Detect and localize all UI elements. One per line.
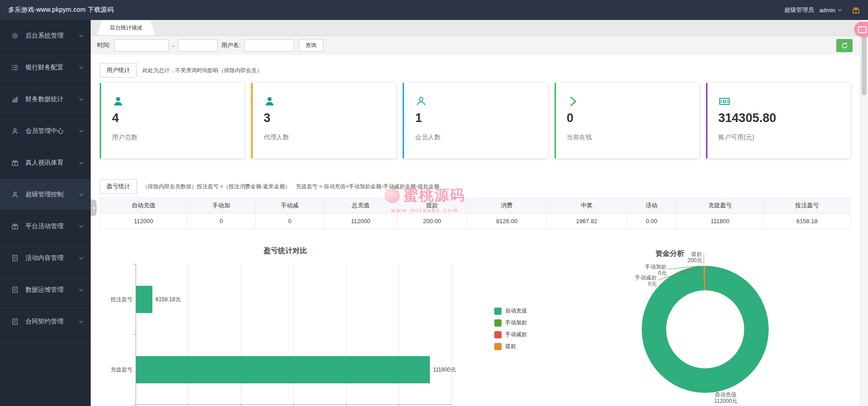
- username-field-label: 用户名:: [221, 41, 241, 49]
- user-menu[interactable]: admin: [819, 7, 842, 14]
- table-header-row: 自动充值手动加手动减总充值提款消费中奖活动充提盈亏投注盈亏: [100, 198, 851, 214]
- doc-icon: [11, 286, 19, 294]
- chart-legend: 自动充值手动加款手动减款提款: [494, 307, 527, 350]
- time-start-input[interactable]: [114, 39, 169, 52]
- column-header: 活动: [627, 198, 677, 214]
- sidebar-item-label: 数据运维管理: [25, 286, 79, 294]
- topbar-right: 超级管理员 admin: [785, 6, 860, 14]
- stat-card-2: 1会员人数: [403, 83, 547, 158]
- tab-statistics[interactable]: 后台统计描述: [97, 20, 155, 35]
- chevron-down-icon: [79, 161, 83, 164]
- sidebar-item-label: 合同契约管理: [25, 318, 79, 326]
- column-header: 手动加: [187, 198, 255, 214]
- sidebar-item-0[interactable]: 后台系统管理: [0, 20, 91, 52]
- sidebar-collapse-handle[interactable]: ◄: [91, 200, 97, 216]
- chevron-right-icon: [567, 95, 699, 108]
- charts-area: 盈亏统计对比 自动充值手动加款手动减款提款 资金分析 自动充值112000元手动…: [100, 235, 851, 406]
- legend-item-2[interactable]: 手动减款: [494, 331, 527, 338]
- column-header: 中奖: [547, 198, 627, 214]
- column-header: 投注盈亏: [764, 198, 851, 214]
- profit-stats-table: 自动充值手动加手动减总充值提款消费中奖活动充提盈亏投注盈亏11200000112…: [100, 197, 851, 229]
- user-outline-icon: [415, 95, 547, 108]
- chevron-down-icon: [79, 225, 83, 228]
- chevron-down-icon: [79, 98, 83, 101]
- callout-name: 提款: [668, 251, 702, 257]
- user-icon: [11, 127, 19, 135]
- legend-swatch: [494, 308, 502, 315]
- legend-swatch: [494, 331, 502, 338]
- user-stats-note: 此处为总计，不受查询时间影响（排除内部会员）: [142, 67, 262, 74]
- topbar: 多乐游戏-www.pkpym.com 下载源码 超级管理员 admin: [0, 0, 868, 20]
- table-cell: 111800: [677, 214, 764, 229]
- sidebar-item-7[interactable]: 活动内容管理: [0, 242, 91, 274]
- gridline: [399, 264, 399, 404]
- user-stats-title: 用户统计: [100, 63, 137, 78]
- legend-item-1[interactable]: 手动加款: [494, 319, 527, 327]
- legend-swatch: [494, 343, 502, 350]
- sidebar-item-label: 活动内容管理: [25, 254, 79, 262]
- pie-callout-0: 自动充值112000元: [703, 391, 748, 405]
- chevron-down-icon: [838, 9, 842, 11]
- list-icon: [11, 64, 19, 72]
- gift-icon[interactable]: [852, 6, 860, 14]
- y-axis-tick: [133, 264, 136, 264]
- table-cell: 8126.00: [467, 214, 546, 229]
- legend-label: 手动加款: [505, 319, 527, 327]
- search-button[interactable]: 查询: [299, 39, 323, 52]
- sidebar-item-8[interactable]: 数据运维管理: [0, 274, 91, 306]
- profit-stats-title: 盈亏统计: [100, 179, 137, 194]
- sidebar-item-6[interactable]: 平台活动管理: [0, 210, 91, 242]
- sidebar-item-9[interactable]: 合同契约管理: [0, 306, 91, 338]
- legend-item-3[interactable]: 提款: [494, 342, 527, 350]
- bar-1[interactable]: [136, 356, 430, 383]
- sidebar-item-2[interactable]: 财务数据统计: [0, 83, 91, 115]
- gift-icon: [11, 159, 19, 167]
- sidebar-item-label: 后台系统管理: [25, 32, 79, 40]
- stat-label: 会员人数: [415, 133, 547, 142]
- sidebar-item-3[interactable]: 会员管理中心: [0, 115, 91, 147]
- legend-swatch: [494, 319, 502, 327]
- refresh-button[interactable]: [836, 39, 853, 52]
- profit-stats-header: 盈亏统计 （排除内部会员数据）投注盈亏 =（投注消费金额-返奖金额） 充提盈亏 …: [100, 179, 851, 194]
- user-icon: [11, 191, 19, 199]
- time-end-input[interactable]: [178, 39, 218, 52]
- chevron-down-icon: [79, 257, 83, 259]
- sidebar-item-label: 财务数据统计: [25, 95, 79, 103]
- gridline: [241, 264, 241, 404]
- chevron-down-icon: [79, 193, 83, 196]
- chevron-down-icon: [79, 320, 83, 323]
- role-label: 超级管理员: [785, 6, 814, 14]
- bar-value-label: 111800元: [433, 366, 456, 374]
- gridline: [346, 264, 346, 404]
- money-icon: [718, 95, 851, 108]
- table-cell: 0.00: [627, 214, 677, 229]
- time-label: 时间:: [97, 41, 111, 49]
- bar-0[interactable]: [136, 286, 152, 313]
- doc-icon: [11, 254, 19, 262]
- sidebar-item-4[interactable]: 真人视讯体育: [0, 147, 91, 179]
- chevron-down-icon: [79, 34, 83, 37]
- legend-item-0[interactable]: 自动充值: [494, 307, 527, 315]
- stat-label: 当前在线: [567, 133, 699, 142]
- sidebar-item-5[interactable]: 超级管理控制: [0, 179, 91, 210]
- sidebar-item-1[interactable]: 银行财务配置: [0, 52, 91, 83]
- callout-name: 手动加款: [619, 264, 667, 270]
- chevron-down-icon: [79, 66, 83, 69]
- table-cell: 112000: [100, 214, 187, 229]
- donut-hole: [666, 290, 744, 368]
- stat-value: 314305.80: [718, 111, 851, 125]
- stat-value: 1: [415, 111, 547, 125]
- bar-value-label: 6158.18元: [156, 296, 180, 303]
- legend-label: 自动充值: [505, 307, 527, 315]
- sidebar-item-label: 会员管理中心: [25, 127, 79, 135]
- stat-value: 4: [112, 111, 244, 125]
- gift-icon: [11, 222, 19, 230]
- y-axis-tick: [133, 334, 136, 335]
- username-input[interactable]: [244, 39, 294, 52]
- service-widget[interactable]: [854, 22, 868, 36]
- donut-chart[interactable]: [642, 266, 769, 393]
- doc-icon: [11, 318, 19, 326]
- legend-label: 手动减款: [505, 331, 527, 338]
- table-row: 11200000112000200.008126.001967.820.0011…: [100, 214, 851, 229]
- scrollbar[interactable]: [860, 20, 868, 406]
